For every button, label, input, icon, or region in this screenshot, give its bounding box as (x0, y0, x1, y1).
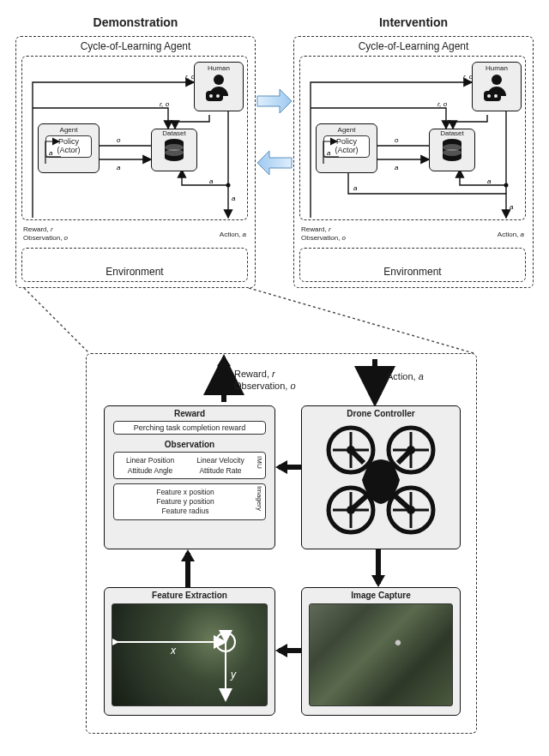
svg-point-33 (443, 149, 462, 156)
o-sym-r: o (342, 234, 346, 242)
reward-obs-left: Reward, r Observation, o (23, 225, 68, 242)
svg-text:a: a (49, 149, 53, 157)
svg-line-36 (249, 288, 474, 353)
human-label-right: Human (473, 64, 521, 72)
act-sym: a (243, 231, 246, 238)
dataset-box-right: Dataset (429, 129, 475, 171)
svg-text:a: a (510, 203, 514, 211)
interchange-arrows (256, 84, 293, 187)
reward-sym: r (272, 369, 275, 379)
svg-marker-39 (217, 356, 231, 366)
detail-in-label: Action, a (387, 371, 424, 381)
action-sym: a (419, 371, 424, 381)
feature-image: x y (112, 603, 268, 706)
img-2: Feature radius (118, 507, 253, 516)
col-title-right: Cycle-of-Learning Agent (294, 37, 533, 52)
svg-point-28 (494, 94, 498, 98)
reward-label-left: Reward, (23, 225, 51, 233)
drone-title: Drone Controller (302, 409, 460, 418)
imagery-sidelabel: Imagery (256, 486, 263, 511)
detail-out-label: Reward, r Observation, o (234, 368, 296, 393)
svg-marker-71 (275, 644, 287, 657)
imu-2: Attitude Angle (118, 466, 183, 475)
svg-text:o: o (117, 136, 121, 144)
svg-point-9 (209, 94, 213, 98)
reward-obs-right: Reward, r Observation, o (301, 225, 346, 242)
svg-text:x: x (170, 645, 177, 657)
reward-obs-panel: Reward Perching task completion reward O… (104, 405, 275, 549)
human-box-right: Human (472, 62, 522, 111)
obs-label-r: Observation, (301, 234, 342, 242)
act-sym-r: a (521, 231, 524, 238)
col-title-left: Cycle-of-Learning Agent (16, 37, 255, 52)
svg-line-59 (351, 495, 367, 510)
svg-marker-40 (368, 393, 382, 404)
imu-block: Linear Position Linear Velocity Attitude… (113, 452, 266, 479)
demonstration-outer: Cycle-of-Learning Agent (15, 36, 256, 288)
human-label: Human (195, 64, 243, 72)
cap-title: Image Capture (302, 591, 460, 600)
img-1: Feature y position (118, 497, 253, 507)
r-sym: r (51, 225, 53, 233)
reward-lab: Reward, (234, 369, 272, 379)
agent-inner-left: Agent Policy (Actor) a (38, 123, 100, 173)
environment-right: Environment (299, 248, 526, 282)
human-box-left: Human (194, 62, 244, 111)
svg-line-60 (395, 495, 411, 510)
obs-label-left: Observation, (23, 234, 64, 242)
svg-point-27 (487, 94, 491, 98)
imu-sidelabel: IMU (256, 456, 263, 469)
svg-rect-26 (484, 91, 501, 101)
reward-title: Reward (105, 409, 274, 418)
dataset-box-left: Dataset (151, 129, 197, 171)
zoom-connectors (15, 288, 534, 357)
env-label-left: Environment (22, 249, 247, 278)
svg-text:a: a (232, 195, 236, 202)
agent-inner-right: Agent Policy (Actor) a (316, 123, 377, 173)
drone-controller-panel: Drone Controller (301, 405, 461, 549)
svg-point-10 (216, 94, 220, 98)
imu-1: Linear Velocity (188, 456, 253, 465)
reward-line: Perching task completion reward (113, 421, 266, 435)
svg-text:a: a (487, 177, 492, 185)
svg-text:a: a (209, 177, 214, 185)
demonstration-heading: Demonstration (15, 15, 256, 29)
svg-point-15 (165, 149, 184, 156)
env-label-right: Environment (300, 249, 525, 278)
environment-left: Environment (21, 248, 248, 282)
svg-rect-8 (206, 91, 223, 101)
imagery-block: Feature x position Feature y position Fe… (113, 483, 266, 520)
act-label: Action, (220, 231, 243, 238)
svg-marker-69 (371, 575, 385, 587)
action-label-left: Action, a (220, 231, 246, 238)
svg-text:o: o (395, 136, 399, 144)
svg-marker-67 (275, 460, 287, 474)
svg-line-57 (351, 450, 364, 463)
svg-text:r, o: r, o (160, 100, 170, 108)
svg-text:r, o: r, o (437, 100, 448, 108)
act-label-r: Action, (498, 231, 521, 238)
imu-3: Attitude Rate (188, 466, 253, 475)
feature-extraction-panel: Feature Extraction x y (104, 587, 275, 716)
feat-title: Feature Extraction (105, 591, 274, 600)
imu-0: Linear Position (118, 456, 183, 465)
agent-box-right: r, o r, o o a a a a Human Dataset (299, 56, 526, 220)
image-capture-panel: Image Capture (301, 587, 461, 716)
intervention-outer: Cycle-of-Learning Agent r, o r, o (293, 36, 534, 288)
o-sym: o (64, 234, 68, 242)
action-lab: Action, (387, 371, 419, 381)
architecture-diagram: Demonstration Intervention Cycle-of-Lear… (15, 15, 534, 290)
agent-box-left: r, o r, o o a a a Human Dataset (21, 56, 248, 220)
svg-point-25 (492, 75, 502, 85)
action-label-right: Action, a (498, 231, 524, 238)
svg-marker-73 (181, 549, 195, 561)
obs-lab: Observation, (234, 381, 290, 391)
svg-text:a: a (395, 164, 399, 171)
dataset-label-left: Dataset (152, 129, 196, 137)
svg-point-7 (214, 75, 224, 85)
reward-label-r: Reward, (301, 225, 329, 233)
obs-title: Observation (105, 440, 274, 449)
capture-image (309, 603, 453, 706)
obs-sym: o (290, 381, 295, 391)
intervention-heading: Intervention (293, 15, 534, 29)
